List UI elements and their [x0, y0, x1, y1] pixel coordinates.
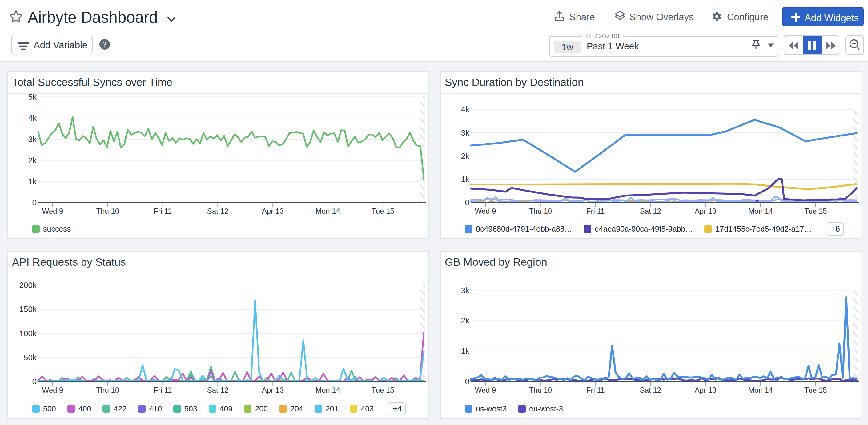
- svg-text:Mon 14: Mon 14: [748, 386, 773, 394]
- svg-text:Fri 11: Fri 11: [154, 386, 172, 394]
- svg-text:1k: 1k: [461, 346, 470, 356]
- svg-text:Sat 12: Sat 12: [207, 386, 228, 394]
- svg-text:Thu 10: Thu 10: [529, 386, 552, 394]
- svg-text:5k: 5k: [28, 92, 37, 102]
- svg-text:Thu 10: Thu 10: [96, 207, 119, 215]
- svg-text:4k: 4k: [28, 113, 37, 123]
- svg-text:Apr 13: Apr 13: [695, 207, 717, 215]
- svg-text:Tue 15: Tue 15: [804, 386, 827, 394]
- svg-text:Mon 14: Mon 14: [315, 386, 340, 394]
- svg-text:2k: 2k: [461, 316, 470, 325]
- svg-text:Apr 13: Apr 13: [262, 207, 284, 215]
- svg-text:2k: 2k: [28, 156, 37, 165]
- svg-text:Tue 15: Tue 15: [804, 207, 827, 215]
- svg-text:200k: 200k: [20, 280, 37, 290]
- svg-text:?: ?: [102, 40, 107, 48]
- svg-text:Fri 11: Fri 11: [586, 207, 605, 215]
- svg-text:1k: 1k: [28, 177, 37, 186]
- svg-text:Apr 13: Apr 13: [262, 386, 284, 394]
- svg-text:0: 0: [32, 198, 37, 207]
- svg-text:1k: 1k: [461, 175, 470, 184]
- svg-text:Tue 15: Tue 15: [372, 386, 394, 394]
- svg-text:Wed 9: Wed 9: [475, 386, 496, 394]
- svg-text:Mon 14: Mon 14: [315, 207, 340, 215]
- svg-text:Thu 10: Thu 10: [96, 386, 119, 394]
- svg-text:Apr 13: Apr 13: [695, 386, 717, 394]
- svg-text:Wed 9: Wed 9: [42, 207, 63, 215]
- svg-text:Mon 14: Mon 14: [748, 207, 773, 215]
- svg-text:Fri 11: Fri 11: [154, 207, 172, 215]
- svg-text:Sat 12: Sat 12: [207, 207, 228, 215]
- svg-text:3k: 3k: [461, 128, 470, 138]
- svg-text:Sat 12: Sat 12: [640, 207, 661, 215]
- svg-text:0: 0: [465, 198, 469, 207]
- svg-text:Wed 9: Wed 9: [475, 207, 496, 215]
- svg-text:2k: 2k: [461, 152, 470, 161]
- svg-text:Wed 9: Wed 9: [42, 386, 63, 394]
- svg-text:Thu 10: Thu 10: [529, 207, 552, 215]
- svg-text:150k: 150k: [20, 305, 37, 314]
- svg-text:0: 0: [32, 377, 37, 386]
- svg-text:Sat 12: Sat 12: [640, 386, 661, 394]
- svg-text:3k: 3k: [461, 286, 470, 295]
- svg-text:0: 0: [465, 377, 469, 386]
- svg-text:Fri 11: Fri 11: [586, 386, 605, 394]
- svg-text:50k: 50k: [24, 353, 37, 362]
- svg-text:4k: 4k: [461, 105, 470, 114]
- svg-text:100k: 100k: [20, 329, 37, 338]
- svg-text:3k: 3k: [28, 134, 37, 144]
- svg-text:Tue 15: Tue 15: [372, 207, 394, 215]
